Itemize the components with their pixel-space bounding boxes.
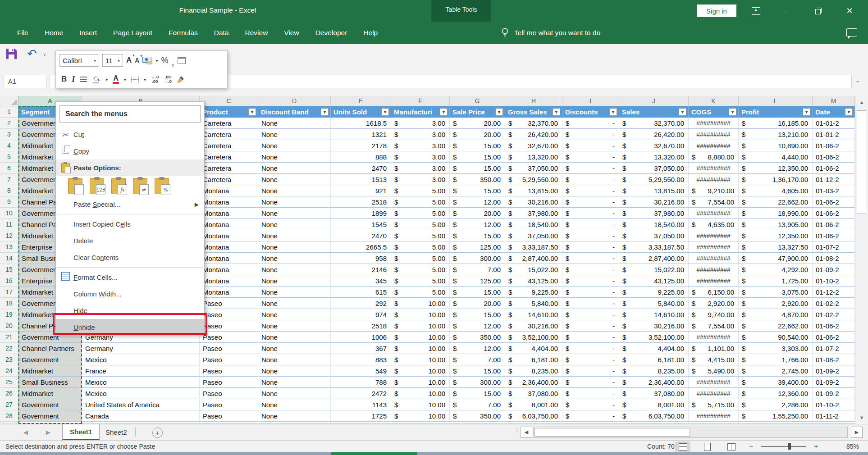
cell-A25[interactable]: Small Business	[18, 377, 82, 388]
column-header-E[interactable]: E	[331, 96, 391, 106]
cell-L13[interactable]: $13,327.50	[739, 241, 813, 253]
menu-item-insert-copied-cells[interactable]: Insert Copied Cells	[56, 216, 204, 232]
cell-J24[interactable]: $8,235.00	[619, 365, 689, 377]
chevron-down-icon[interactable]: ▾	[124, 77, 126, 82]
cell-M27[interactable]: 01-10-2	[813, 399, 855, 410]
cell-I9[interactable]: $-	[562, 196, 619, 208]
cell-D22[interactable]: None	[258, 343, 331, 354]
cell-B26[interactable]: Mexico	[82, 388, 200, 399]
cell-C2[interactable]: Carretera	[200, 118, 258, 129]
column-header-G[interactable]: G	[450, 96, 505, 106]
table-header-COGS[interactable]: COGS▼	[689, 106, 739, 118]
cell-K13[interactable]: ##########	[689, 241, 739, 253]
cell-H13[interactable]: $3,33,187.50	[505, 241, 562, 253]
tab-formulas[interactable]: Formulas	[160, 22, 206, 44]
cell-C11[interactable]: Montana	[200, 219, 258, 230]
cell-M18[interactable]: 01-02-2	[813, 298, 855, 309]
cell-K9[interactable]: $7,554.00	[689, 196, 739, 208]
cell-F12[interactable]: $5.00	[391, 230, 450, 241]
cell-K7[interactable]: ##########	[689, 174, 739, 185]
cell-E8[interactable]: 921	[331, 185, 391, 196]
row-header-21[interactable]: 21	[0, 332, 18, 343]
cell-L27[interactable]: $2,286.00	[739, 399, 813, 410]
cell-B22[interactable]: Germany	[82, 343, 200, 354]
cell-C7[interactable]: Carretera	[200, 174, 258, 185]
menu-item-cut[interactable]: ✂ Cut	[56, 126, 204, 143]
paste-formulas-icon[interactable]: fx	[111, 178, 126, 194]
cell-J15[interactable]: $15,022.00	[619, 264, 689, 275]
cell-K4[interactable]: ##########	[689, 140, 739, 151]
cell-I3[interactable]: $-	[562, 129, 619, 140]
tab-help[interactable]: Help	[355, 22, 386, 44]
cell-H14[interactable]: $2,87,400.00	[505, 253, 562, 264]
cell-G16[interactable]: $125.00	[450, 275, 505, 287]
cell-J10[interactable]: $37,980.00	[619, 208, 689, 219]
cell-L7[interactable]: $1,36,170.00	[739, 174, 813, 185]
cell-L22[interactable]: $3,303.00	[739, 343, 813, 354]
cell-K10[interactable]: ##########	[689, 208, 739, 219]
zoom-in-button[interactable]: +	[814, 442, 818, 450]
cell-C8[interactable]: Montana	[200, 185, 258, 196]
hscroll-left-icon[interactable]: ◀	[521, 427, 532, 438]
cell-E17[interactable]: 615	[331, 287, 391, 298]
cell-J13[interactable]: $3,33,187.50	[619, 241, 689, 253]
cell-J4[interactable]: $32,670.00	[619, 140, 689, 151]
cell-H27[interactable]: $8,001.00	[505, 399, 562, 410]
cell-H12[interactable]: $37,050.00	[505, 230, 562, 241]
chevron-down-icon[interactable]: ▾	[105, 77, 108, 82]
cell-M14[interactable]: 01-08-2	[813, 253, 855, 264]
cell-D9[interactable]: None	[258, 196, 331, 208]
cell-G22[interactable]: $12.00	[450, 343, 505, 354]
new-sheet-button[interactable]: +	[152, 428, 163, 438]
cell-H4[interactable]: $32,670.00	[505, 140, 562, 151]
cell-E3[interactable]: 1321	[331, 129, 391, 140]
column-header-K[interactable]: K	[689, 96, 739, 106]
normal-view-button[interactable]	[675, 441, 690, 452]
cell-C23[interactable]: Paseo	[200, 354, 258, 365]
menu-item-format-cells[interactable]: Format Cells...	[56, 269, 204, 286]
menu-search-input[interactable]: Search the menus	[59, 105, 201, 123]
cell-F15[interactable]: $5.00	[391, 264, 450, 275]
tab-view[interactable]: View	[276, 22, 307, 44]
cell-E6[interactable]: 2470	[331, 163, 391, 174]
name-box[interactable]: A1	[4, 75, 46, 88]
cell-H8[interactable]: $13,815.00	[505, 185, 562, 196]
cell-A27[interactable]: Government	[18, 399, 82, 410]
cell-C21[interactable]: Paseo	[200, 332, 258, 343]
cell-C20[interactable]: Paseo	[200, 320, 258, 332]
row-header-26[interactable]: 26	[0, 388, 18, 399]
close-button[interactable]: ✕	[843, 5, 856, 17]
row-header-7[interactable]: 7	[0, 174, 18, 185]
cell-K15[interactable]: ##########	[689, 264, 739, 275]
cell-D23[interactable]: None	[258, 354, 331, 365]
table-header-Product[interactable]: Product▼	[200, 106, 258, 118]
undo-button[interactable]: ↶	[27, 48, 37, 59]
table-header-Gross Sales[interactable]: Gross Sales▼	[505, 106, 562, 118]
cell-E14[interactable]: 958	[331, 253, 391, 264]
chevron-down-icon[interactable]: ▾	[144, 77, 146, 82]
cell-K6[interactable]: ##########	[689, 163, 739, 174]
cell-M3[interactable]: 01-01-2	[813, 129, 855, 140]
row-header-10[interactable]: 10	[0, 208, 18, 219]
cell-D20[interactable]: None	[258, 320, 331, 332]
cell-K26[interactable]: ##########	[689, 388, 739, 399]
cell-F6[interactable]: $3.00	[391, 163, 450, 174]
zoom-level[interactable]: 85%	[836, 443, 859, 450]
cell-M2[interactable]: 01-01-2	[813, 118, 855, 129]
cell-I18[interactable]: $-	[562, 298, 619, 309]
cell-I6[interactable]: $-	[562, 163, 619, 174]
row-header-13[interactable]: 13	[0, 241, 18, 253]
cell-L8[interactable]: $4,605.00	[739, 185, 813, 196]
filter-dropdown-icon[interactable]: ▼	[803, 108, 810, 116]
cell-I14[interactable]: $-	[562, 253, 619, 264]
cell-F18[interactable]: $10.00	[391, 298, 450, 309]
cell-J14[interactable]: $2,87,400.00	[619, 253, 689, 264]
cell-D15[interactable]: None	[258, 264, 331, 275]
table-header-Sales[interactable]: Sales▼	[619, 106, 689, 118]
cell-M17[interactable]: 01-12-2	[813, 287, 855, 298]
italic-button[interactable]: I	[72, 75, 75, 84]
zoom-slider-thumb[interactable]	[788, 443, 791, 450]
cell-J21[interactable]: $3,52,100.00	[619, 332, 689, 343]
cell-E20[interactable]: 2518	[331, 320, 391, 332]
table-header-Date[interactable]: Date▼	[813, 106, 855, 118]
